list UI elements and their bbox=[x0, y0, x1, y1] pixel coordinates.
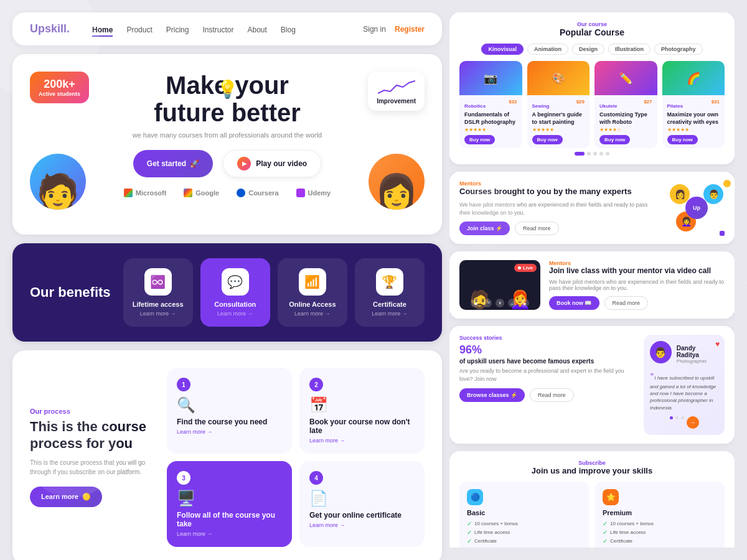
step-4-title: Get your online certificate bbox=[309, 511, 415, 520]
nav-item-instructor[interactable]: Instructor bbox=[202, 24, 233, 35]
read-more-button[interactable]: Read more bbox=[515, 222, 559, 235]
tab-photography[interactable]: Photography bbox=[654, 44, 703, 55]
basic-feature-4: ✗Video call with mentor bbox=[467, 546, 581, 548]
process-step-3: 3 🖥️ Follow all of the course you take L… bbox=[167, 461, 292, 547]
benefits-items: ♾️ Lifetime access Learn more → 💬 Consul… bbox=[123, 258, 425, 327]
partner-logos: Microsoft Google Coursera Udemy bbox=[110, 189, 345, 197]
success-text: of upskill users have become famous expe… bbox=[459, 358, 635, 365]
nav-item-product[interactable]: Product bbox=[126, 24, 152, 35]
live-badge: Live bbox=[514, 264, 537, 272]
learn-more-button[interactable]: Learn more 🟡 bbox=[30, 487, 102, 507]
live-controls: ◀ 🎤 ⏸ 🔊 ▶ bbox=[459, 299, 540, 307]
navigation: Upskill. Home Product Pricing Instructor… bbox=[12, 12, 442, 45]
heart-icon: ♥ bbox=[715, 340, 720, 348]
udemy-logo: Udemy bbox=[296, 189, 331, 197]
nav-auth: Sign in Register bbox=[363, 25, 425, 34]
buy-now-4[interactable]: Buy now bbox=[667, 135, 698, 144]
signin-button[interactable]: Sign in bbox=[363, 25, 386, 34]
register-button[interactable]: Register bbox=[395, 25, 425, 34]
benefit-consultation[interactable]: 💬 Consultation Learn more → ↗ bbox=[200, 258, 270, 327]
step-3-number: 3 bbox=[177, 471, 190, 485]
tab-kinovisual[interactable]: Kinovisual bbox=[481, 44, 524, 55]
course-thumb-1: 📷 bbox=[459, 61, 522, 95]
course-thumb-4: 🌈 bbox=[662, 61, 725, 95]
live-desc: We have pilot mentors who are experience… bbox=[549, 279, 725, 291]
nav-item-blog[interactable]: Blog bbox=[281, 24, 296, 35]
microsoft-logo: Microsoft bbox=[124, 189, 167, 197]
lifetime-icon: ♾️ bbox=[144, 268, 172, 296]
benefit-certificate[interactable]: 🏆 Certificate Learn more → bbox=[355, 258, 425, 327]
course-card-3: ✏️ Ukulele $27 Customizing Type with Rob… bbox=[594, 61, 657, 148]
tab-illustration[interactable]: Illustration bbox=[608, 44, 651, 55]
basic-feature-1: ✓10 courses + bonus bbox=[467, 520, 581, 527]
process-step-2: 2 📅 Book your course now don't late Lear… bbox=[299, 368, 425, 454]
ctrl-mic[interactable]: 🎤 bbox=[483, 299, 492, 307]
nav-item-pricing[interactable]: Pricing bbox=[166, 24, 189, 35]
premium-feature-3: ✓Certificate bbox=[603, 538, 717, 544]
deco-circle-1 bbox=[723, 180, 731, 187]
live-indicator bbox=[518, 266, 521, 269]
mentor-text: Mentors Courses brought to you by the ma… bbox=[459, 180, 660, 235]
process-steps: 1 🔍 Find the course you need Learn more … bbox=[167, 368, 425, 547]
basic-feature-2: ✓Life time access bbox=[467, 529, 581, 536]
student-count-badge: 200k+ Active students bbox=[30, 72, 89, 103]
lightbulb-icon: 💡 bbox=[217, 79, 238, 100]
buy-now-3[interactable]: Buy now bbox=[599, 135, 630, 144]
nav-item-about[interactable]: About bbox=[247, 24, 266, 35]
testimonial-next[interactable]: → bbox=[687, 416, 699, 429]
pricing-title: Join us and improve your skills bbox=[459, 466, 725, 475]
buy-now-1[interactable]: Buy now bbox=[464, 135, 495, 144]
step-1-icon: 🔍 bbox=[177, 396, 282, 414]
premium-feature-4: ✓Video call with mentor bbox=[603, 546, 717, 548]
pricing-section: Subscribe Join us and improve your skill… bbox=[449, 451, 735, 548]
course-info-3: Ukulele $27 Customizing Type with Roboto… bbox=[594, 95, 657, 148]
success-read-more[interactable]: Read more bbox=[530, 388, 574, 402]
popular-sublabel: Our course bbox=[459, 21, 725, 27]
live-read-more[interactable]: Read more bbox=[604, 296, 649, 310]
pricing-sublabel: Subscribe bbox=[459, 460, 725, 466]
hero-buttons: Get started 🚀 ▶ Play our video bbox=[110, 150, 345, 177]
book-now-button[interactable]: Book now 📖 bbox=[549, 296, 599, 310]
buy-now-2[interactable]: Buy now bbox=[532, 135, 563, 144]
ctrl-prev[interactable]: ◀ bbox=[471, 299, 479, 307]
course-card-1: 📷 Robotics $32 Fundamentals of DSLR phot… bbox=[459, 61, 522, 148]
ctrl-volume[interactable]: 🔊 bbox=[508, 299, 517, 307]
pricing-plans: 🔵 Basic ✓10 courses + bonus ✓Life time a… bbox=[459, 482, 725, 548]
step-1-number: 1 bbox=[177, 378, 190, 391]
live-class-section: 🧔 👩‍🦰 Live ◀ 🎤 ⏸ 🔊 ▶ Mentors Join live c… bbox=[449, 251, 735, 319]
benefit-lifetime[interactable]: ♾️ Lifetime access Learn more → bbox=[123, 258, 193, 327]
online-access-icon: 📶 bbox=[299, 268, 326, 296]
process-label: Our process bbox=[30, 408, 154, 415]
coursera-logo: Coursera bbox=[237, 189, 278, 197]
tab-design[interactable]: Design bbox=[572, 44, 604, 55]
mentor-desc: We have pilot mentors who are experience… bbox=[459, 201, 660, 217]
mentor-sublabel: Mentors bbox=[459, 180, 660, 187]
mentor-title: Courses brought to you by the many exper… bbox=[459, 187, 660, 197]
nav-links: Home Product Pricing Instructor About Bl… bbox=[92, 24, 363, 35]
step-2-number: 2 bbox=[309, 378, 323, 391]
benefit-online-access[interactable]: 📶 Online Access Learn more → bbox=[278, 258, 347, 327]
nav-item-home[interactable]: Home bbox=[92, 24, 113, 35]
benefits-title: Our benefits bbox=[30, 284, 111, 301]
step-4-icon: 📄 bbox=[309, 490, 415, 507]
step-3-icon: 🖥️ bbox=[177, 490, 282, 507]
process-step-4: 4 📄 Get your online certificate Learn mo… bbox=[299, 461, 425, 547]
pricing-header: Subscribe Join us and improve your skill… bbox=[459, 460, 725, 475]
live-sublabel: Mentors bbox=[549, 260, 725, 266]
hero-section: 200k+ Active students Make your future b… bbox=[12, 54, 442, 235]
course-card-4: 🌈 Pilates $31 Maximize your own creativi… bbox=[662, 61, 725, 148]
courses-row: 📷 Robotics $32 Fundamentals of DSLR phot… bbox=[459, 61, 725, 148]
ctrl-next[interactable]: ▶ bbox=[520, 299, 529, 307]
mentor-buttons: Join class ⚡ Read more bbox=[459, 222, 660, 235]
popular-course-section: Our course Popular Course Kinovisual Ani… bbox=[449, 12, 735, 164]
success-testimonial: ♥ 👨 Dandy Raditya Photographer " I have … bbox=[644, 335, 725, 434]
play-video-button[interactable]: ▶ Play our video bbox=[223, 150, 321, 177]
join-class-button[interactable]: Join class ⚡ bbox=[459, 222, 510, 235]
popular-tabs: Kinovisual Animation Design Illustration… bbox=[459, 44, 725, 55]
google-logo: Google bbox=[184, 189, 219, 197]
ctrl-pause[interactable]: ⏸ bbox=[496, 299, 504, 307]
certificate-icon: 🏆 bbox=[376, 268, 403, 296]
get-started-button[interactable]: Get started 🚀 bbox=[133, 150, 213, 177]
tab-animation[interactable]: Animation bbox=[527, 44, 568, 55]
browse-classes-button[interactable]: Browse classes ⚡ bbox=[459, 388, 525, 402]
